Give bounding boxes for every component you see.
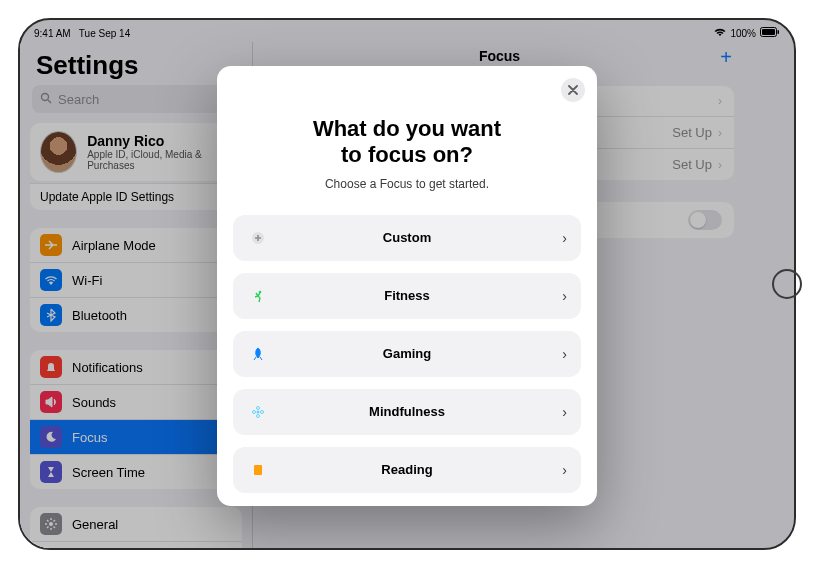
modal-subtitle: Choose a Focus to get started. (233, 177, 581, 191)
modal-title: What do you want to focus on? (233, 116, 581, 169)
focus-picker-modal: What do you want to focus on? Choose a F… (217, 66, 597, 506)
option-label: Mindfulness (233, 404, 581, 419)
focus-option-reading[interactable]: Reading› (233, 447, 581, 493)
option-label: Reading (233, 462, 581, 477)
option-label: Custom (233, 230, 581, 245)
focus-option-gaming[interactable]: Gaming› (233, 331, 581, 377)
option-label: Fitness (233, 288, 581, 303)
close-button[interactable] (561, 78, 585, 102)
focus-option-fitness[interactable]: Fitness› (233, 273, 581, 319)
home-button[interactable] (772, 269, 802, 299)
focus-option-mindfulness[interactable]: Mindfulness› (233, 389, 581, 435)
focus-option-custom[interactable]: Custom› (233, 215, 581, 261)
option-label: Gaming (233, 346, 581, 361)
